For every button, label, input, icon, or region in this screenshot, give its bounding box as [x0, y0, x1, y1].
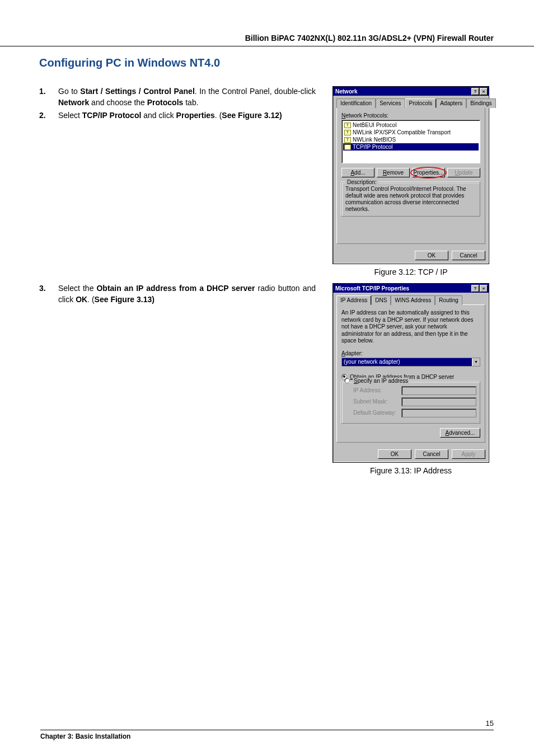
text: roperties... [417, 170, 443, 176]
tab-adapters[interactable]: Adapters [436, 98, 466, 108]
tab-services[interactable]: Services [376, 98, 405, 108]
list-item-label: NWLink IPX/SPX Compatible Transport [353, 129, 451, 135]
protocol-icon: T [344, 130, 351, 135]
steps-3: 3. Select the Obtain an IP address from … [39, 283, 327, 307]
apply-button: Apply [452, 449, 485, 459]
text: emove [387, 170, 404, 176]
description-groupbox: Description: Transport Control Protocol/… [341, 182, 480, 217]
tab-strip: Identification Services Protocols Adapte… [333, 96, 489, 107]
bold-text: Properties [176, 111, 215, 120]
default-gateway-label: Default Gateway: [353, 410, 398, 416]
bold-text: Obtain an IP address from a DHCP server [96, 284, 255, 293]
update-button: Update [447, 168, 480, 177]
list-item-label: NetBEUI Protocol [353, 122, 396, 128]
titlebar: Network ? × [333, 87, 489, 96]
tcpip-properties-dialog: Microsoft TCP/IP Properties ? × IP Addre… [332, 283, 489, 463]
text: dapter: [345, 350, 363, 356]
cancel-button[interactable]: Cancel [415, 449, 448, 459]
step-body: Go to Start / Settings / Control Panel. … [58, 86, 316, 108]
text: and choose the [89, 98, 147, 107]
bold-text: Network [58, 98, 89, 107]
text: Select the [58, 284, 96, 293]
bold-text: TCP/IP Protocol [82, 111, 142, 120]
tab-strip: IP Address DNS WINS Address Routing [333, 293, 489, 304]
ip-address-field [401, 386, 476, 395]
close-icon[interactable]: × [480, 285, 488, 292]
list-label: Network Protocols: [341, 112, 480, 119]
chevron-down-icon[interactable]: ▼ [472, 358, 480, 366]
text: dd... [354, 170, 365, 176]
text: pecify an IP address [358, 378, 408, 384]
text: etwork Protocols: [345, 112, 388, 119]
tab-dns[interactable]: DNS [371, 295, 391, 305]
list-item[interactable]: TNWLink NetBIOS [343, 136, 479, 143]
page-number: 15 [40, 719, 494, 727]
groupbox-title: Description: [345, 179, 378, 185]
text: Go to [58, 87, 80, 96]
titlebar: Microsoft TCP/IP Properties ? × [333, 284, 489, 293]
ip-address-label: IP Address: [353, 387, 398, 393]
network-dialog: Network ? × Identification Services Prot… [332, 86, 489, 264]
tab-protocols[interactable]: Protocols [405, 98, 437, 108]
step-number: 1. [39, 86, 58, 108]
tab-identification[interactable]: Identification [336, 98, 376, 108]
bold-text: See Figure 3.12) [222, 111, 282, 120]
add-button[interactable]: Add... [341, 168, 374, 177]
step-body: Select the Obtain an IP address from a D… [58, 283, 316, 305]
list-item-label: TCP/IP Protocol [353, 144, 393, 150]
specify-groupbox: Specify an IP address IP Address: Subnet… [341, 382, 480, 424]
bold-text: OK [76, 295, 87, 304]
figure-caption-2: Figure 3.13: IP Address [370, 466, 452, 475]
radio-icon [344, 378, 350, 383]
remove-button[interactable]: Remove [377, 168, 410, 177]
step-number: 3. [39, 283, 58, 305]
list-item[interactable]: TNetBEUI Protocol [343, 121, 479, 129]
default-gateway-field [401, 408, 476, 417]
tab-ip-address[interactable]: IP Address [336, 295, 371, 305]
protocol-icon: T [344, 123, 351, 128]
section-title: Configuring PC in Windows NT4.0 [0, 52, 534, 86]
mnemonic: S [354, 378, 358, 384]
list-item[interactable]: TNWLink IPX/SPX Compatible Transport [343, 129, 479, 136]
text: . In the Control Panel, double-click [195, 87, 316, 96]
bold-text: Protocols [147, 98, 184, 107]
protocol-icon: T [344, 137, 351, 143]
dialog-title: Microsoft TCP/IP Properties [335, 285, 409, 292]
text: . ( [87, 295, 94, 304]
properties-button[interactable]: Properties... [412, 168, 445, 177]
figure-caption-1: Figure 3.12: TCP / IP [374, 267, 448, 276]
text: and click [141, 111, 176, 120]
bold-text: See Figure 3.13) [95, 295, 154, 304]
tab-routing[interactable]: Routing [435, 295, 462, 305]
info-text: An IP address can be automatically assig… [341, 309, 480, 345]
text: Select [58, 111, 82, 120]
step-number: 2. [39, 110, 58, 121]
tab-pane: Network Protocols: TNetBEUI Protocol TNW… [336, 107, 485, 244]
advanced-button[interactable]: Advanced... [440, 428, 480, 438]
page-header-product: Billion BiPAC 7402NX(L) 802.11n 3G/ADSL2… [0, 0, 534, 46]
ok-button[interactable]: OK [378, 449, 411, 459]
adapter-combobox[interactable]: (your network adapter) ▼ [341, 358, 480, 367]
help-icon[interactable]: ? [471, 88, 479, 95]
step-body: Select TCP/IP Protocol and click Propert… [58, 110, 316, 121]
cancel-button[interactable]: Cancel [452, 251, 485, 260]
description-text: Transport Control Protocol/Internet Prot… [345, 186, 476, 213]
footer-chapter: Chapter 3: Basic Installation [40, 730, 494, 740]
subnet-mask-field [401, 397, 476, 406]
list-item-label: NWLink NetBIOS [353, 137, 396, 143]
adapter-label: Adapter: [341, 350, 480, 356]
close-icon[interactable]: × [480, 88, 488, 95]
dialog-title: Network [335, 88, 357, 95]
combobox-value: (your network adapter) [342, 358, 472, 366]
tab-bindings[interactable]: Bindings [466, 98, 495, 108]
tab-wins-address[interactable]: WINS Address [391, 295, 435, 305]
protocol-icon: T [344, 144, 351, 150]
protocol-listbox[interactable]: TNetBEUI Protocol TNWLink IPX/SPX Compat… [341, 120, 480, 163]
help-icon[interactable]: ? [471, 285, 479, 292]
steps-1-2: 1. Go to Start / Settings / Control Pane… [39, 86, 327, 124]
ok-button[interactable]: OK [415, 251, 448, 260]
subnet-mask-label: Subnet Mask: [353, 398, 398, 405]
radio-specify-ip[interactable]: Specify an IP address [344, 378, 476, 384]
list-item-selected[interactable]: TTCP/IP Protocol [343, 143, 479, 151]
mnemonic: A [341, 350, 345, 356]
